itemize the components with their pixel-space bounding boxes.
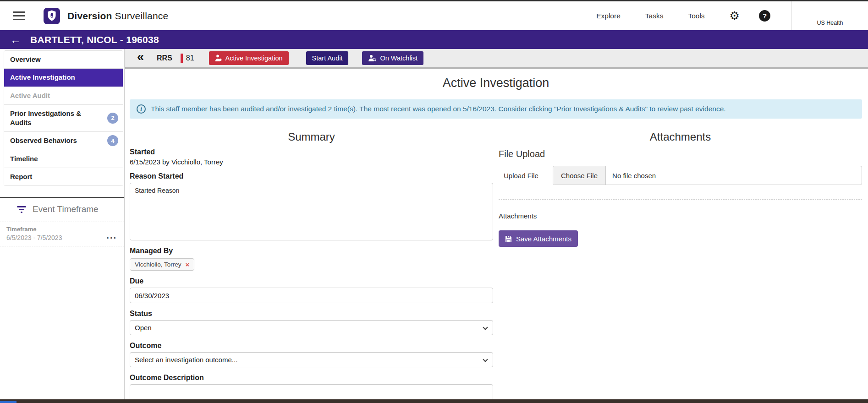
sidebar-item-active-audit: Active Audit <box>4 87 123 105</box>
settings-gear-icon[interactable]: ⚙ <box>730 10 740 22</box>
started-value: 6/15/2023 by Vicchiollo, Torrey <box>130 158 493 166</box>
top-navbar: Diversion Surveillance Explore Tasks Too… <box>0 1 868 30</box>
event-timeframe-header: Event Timeframe <box>0 204 124 214</box>
outcome-select[interactable]: Select an investigation outcome... <box>130 352 493 367</box>
timeframe-menu-ellipsis[interactable]: ... <box>106 232 117 235</box>
chip-remove-icon[interactable]: × <box>186 261 190 268</box>
choose-file-button[interactable]: Choose File <box>553 166 606 185</box>
due-date-input[interactable] <box>130 288 493 303</box>
back-arrow-icon[interactable]: ← <box>10 34 21 45</box>
started-label: Started <box>130 148 493 156</box>
info-banner: i This staff member has been audited and… <box>130 99 862 119</box>
active-investigation-button[interactable]: Active Investigation <box>209 51 289 65</box>
status-label: Status <box>130 310 493 318</box>
patient-header-bar: ← BARTLETT, NICOL - 196038 <box>0 30 868 49</box>
collapse-sidebar-icon[interactable]: « <box>137 57 144 60</box>
button-label: Active Investigation <box>225 54 283 62</box>
hamburger-menu-icon[interactable] <box>13 11 25 20</box>
org-name: US Health <box>817 20 843 26</box>
summary-heading: Summary <box>130 131 493 143</box>
count-badge: 4 <box>107 135 118 146</box>
sidebar-item-report[interactable]: Report <box>4 168 123 185</box>
nav-tasks[interactable]: Tasks <box>645 12 664 20</box>
on-watchlist-button[interactable]: On Watchlist <box>362 51 423 65</box>
timeframe-card: Timeframe 6/5/2023 - 7/5/2023 ... <box>0 222 124 246</box>
nav-explore[interactable]: Explore <box>596 12 621 20</box>
sidebar-item-observed-behaviors[interactable]: Observed Behaviors 4 <box>4 132 123 150</box>
sidebar-item-label: Observed Behaviors <box>10 136 77 144</box>
managed-by-label: Managed By <box>130 247 493 255</box>
sidebar-item-overview[interactable]: Overview <box>4 51 123 69</box>
sidebar-item-timeline[interactable]: Timeline <box>4 150 123 168</box>
sidebar-divider <box>0 197 124 198</box>
upload-row: Upload File Choose File No file chosen <box>499 166 862 185</box>
save-floppy-icon <box>505 235 512 242</box>
outcome-label: Outcome <box>130 342 493 350</box>
outcome-description-label: Outcome Description <box>130 374 493 382</box>
page-title: Active Investigation <box>130 76 862 90</box>
patient-name-id: BARTLETT, NICOL - 196038 <box>30 34 159 45</box>
file-upload-title: File Upload <box>499 149 862 159</box>
person-alert-icon <box>215 54 222 62</box>
app-logo-shield-icon <box>44 8 60 24</box>
person-search-icon <box>368 54 376 62</box>
save-attachments-button[interactable]: Save Attachments <box>499 230 578 247</box>
top-nav-links: Explore Tasks Tools ⚙ ? US Health <box>596 1 868 30</box>
count-badge: 2 <box>107 113 118 124</box>
rrs-score: 81 <box>186 54 194 62</box>
reason-started-textarea[interactable]: Started Reason <box>130 183 493 240</box>
app-title-bold: Diversion <box>67 11 112 21</box>
sidebar-item-label: Prior Investigations & Audits <box>10 109 81 126</box>
attachments-section: Attachments File Upload Upload File Choo… <box>499 131 862 399</box>
screen-bottom-edge <box>0 399 868 403</box>
nav-tools[interactable]: Tools <box>688 12 704 20</box>
event-timeframe-title: Event Timeframe <box>33 204 99 214</box>
status-selected-value: Open <box>135 324 152 332</box>
file-input[interactable]: Choose File No file chosen <box>553 166 862 185</box>
attachments-divider <box>499 199 862 200</box>
timeframe-value: 6/5/2023 - 7/5/2023 <box>6 234 62 241</box>
start-audit-button[interactable]: Start Audit <box>306 51 349 65</box>
button-label: Save Attachments <box>516 235 571 243</box>
upload-file-label: Upload File <box>499 172 553 180</box>
button-label: On Watchlist <box>380 54 418 62</box>
app-title-regular: Surveillance <box>115 11 169 21</box>
org-selector[interactable]: US Health <box>791 1 868 30</box>
attachments-heading: Attachments <box>499 131 862 143</box>
record-toolbar: « RRS 81 Active Investigation Start Audi… <box>125 49 868 69</box>
timeframe-label: Timeframe <box>6 226 62 233</box>
app-title: Diversion Surveillance <box>67 11 168 22</box>
summary-section: Summary Started 6/15/2023 by Vicchiollo,… <box>130 131 493 399</box>
screen-top-edge <box>0 0 868 1</box>
rrs-label: RRS <box>157 54 172 62</box>
rrs-risk-bar <box>181 54 183 63</box>
info-icon: i <box>137 104 146 114</box>
sidebar: Overview Active Investigation Active Aud… <box>0 49 125 399</box>
sidebar-item-prior-investigations[interactable]: Prior Investigations & Audits 2 <box>4 105 123 132</box>
help-icon[interactable]: ? <box>759 10 770 22</box>
filter-icon <box>16 205 27 213</box>
bottom-left-blue-fragment <box>0 401 16 403</box>
chip-name: Vicchiollo, Torrey <box>135 261 181 268</box>
outcome-selected-value: Select an investigation outcome... <box>135 356 237 364</box>
chevron-down-icon <box>483 357 488 362</box>
due-label: Due <box>130 277 493 285</box>
reason-started-label: Reason Started <box>130 172 493 180</box>
managed-by-chip[interactable]: Vicchiollo, Torrey × <box>130 258 194 271</box>
info-banner-text: This staff member has been audited and/o… <box>151 105 726 113</box>
main-content: Active Investigation i This staff member… <box>125 70 868 399</box>
button-label: Start Audit <box>312 54 343 62</box>
sidebar-item-active-investigation[interactable]: Active Investigation <box>4 69 123 87</box>
chevron-down-icon <box>483 325 488 330</box>
attachments-list-label: Attachments <box>499 212 862 220</box>
outcome-description-textarea[interactable] <box>130 384 493 399</box>
no-file-chosen-text: No file chosen <box>606 166 656 185</box>
sidebar-nav-list: Overview Active Investigation Active Aud… <box>4 50 123 186</box>
status-select[interactable]: Open <box>130 320 493 335</box>
